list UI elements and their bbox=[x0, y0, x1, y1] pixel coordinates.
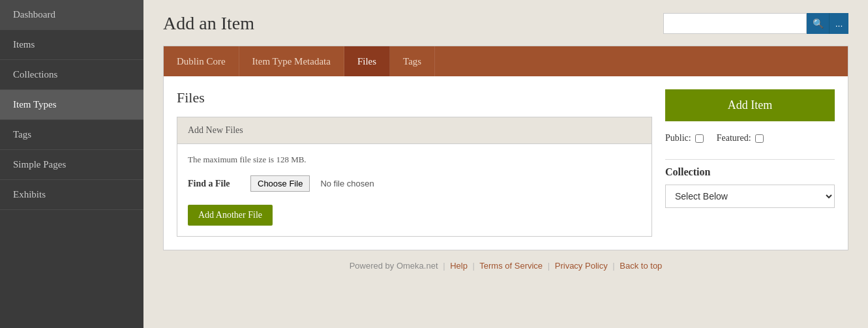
footer-privacy-link[interactable]: Privacy Policy bbox=[555, 261, 608, 271]
search-input[interactable] bbox=[663, 13, 807, 34]
page-title: Add an Item bbox=[163, 13, 254, 34]
find-file-label: Find a File bbox=[188, 179, 240, 189]
files-box-body: The maximum file size is 128 MB. Find a … bbox=[177, 144, 651, 236]
files-box-header: Add New Files bbox=[177, 117, 651, 144]
public-checkbox[interactable] bbox=[695, 134, 704, 143]
collection-select[interactable]: Select Below bbox=[665, 185, 835, 208]
search-icon: 🔍 bbox=[813, 18, 824, 29]
sidebar-item-item-types[interactable]: Item Types bbox=[0, 90, 143, 120]
sidebar: Dashboard Items Collections Item Types T… bbox=[0, 0, 143, 328]
sidebar-item-collections[interactable]: Collections bbox=[0, 60, 143, 90]
checkboxes-row: Public: Featured: bbox=[665, 130, 835, 146]
files-section-title: Files bbox=[177, 89, 652, 106]
panel-sidebar: Add Item Public: Featured: Coll bbox=[665, 89, 835, 237]
file-size-note: The maximum file size is 128 MB. bbox=[188, 155, 641, 165]
collection-title: Collection bbox=[665, 166, 835, 178]
search-more-icon: ... bbox=[835, 18, 843, 29]
sidebar-item-exhibits[interactable]: Exhibits bbox=[0, 180, 143, 210]
page-header: Add an Item 🔍 ... bbox=[163, 13, 848, 34]
footer-separator-1: | bbox=[443, 261, 445, 271]
footer-separator-4: | bbox=[612, 261, 614, 271]
sidebar-item-simple-pages[interactable]: Simple Pages bbox=[0, 150, 143, 180]
footer-separator-3: | bbox=[548, 261, 550, 271]
files-box: Add New Files The maximum file size is 1… bbox=[177, 117, 652, 237]
tab-item-type-metadata[interactable]: Item Type Metadata bbox=[239, 46, 344, 76]
add-item-button[interactable]: Add Item bbox=[665, 89, 835, 121]
public-label-text: Public: bbox=[665, 133, 691, 143]
content-panel: Dublin Core Item Type Metadata Files Tag… bbox=[163, 46, 848, 250]
featured-label-text: Featured: bbox=[717, 133, 751, 143]
featured-checkbox-label[interactable]: Featured: bbox=[717, 133, 764, 143]
tab-tags[interactable]: Tags bbox=[390, 46, 435, 76]
powered-by-text: Powered by Omeka.net bbox=[350, 261, 438, 271]
footer-back-to-top-link[interactable]: Back to top bbox=[620, 261, 662, 271]
add-another-file-button[interactable]: Add Another File bbox=[188, 205, 273, 226]
tab-dublin-core[interactable]: Dublin Core bbox=[164, 46, 239, 76]
choose-file-button[interactable]: Choose File bbox=[250, 175, 310, 192]
panel-divider bbox=[665, 159, 835, 160]
footer-separator-2: | bbox=[473, 261, 475, 271]
sidebar-item-tags[interactable]: Tags bbox=[0, 120, 143, 150]
search-more-button[interactable]: ... bbox=[829, 13, 848, 34]
panel-main: Files Add New Files The maximum file siz… bbox=[177, 89, 652, 237]
collection-section: Collection Select Below bbox=[665, 166, 835, 208]
footer-help-link[interactable]: Help bbox=[450, 261, 468, 271]
sidebar-item-dashboard[interactable]: Dashboard bbox=[0, 0, 143, 30]
main-content: Add an Item 🔍 ... Dublin Core Item Type … bbox=[143, 0, 868, 328]
sidebar-item-items[interactable]: Items bbox=[0, 30, 143, 60]
search-bar: 🔍 ... bbox=[663, 13, 848, 34]
public-checkbox-label[interactable]: Public: bbox=[665, 133, 704, 143]
find-file-row: Find a File Choose File No file chosen bbox=[188, 175, 641, 192]
tabs-bar: Dublin Core Item Type Metadata Files Tag… bbox=[164, 46, 848, 76]
page-footer: Powered by Omeka.net | Help | Terms of S… bbox=[163, 250, 848, 281]
footer-terms-link[interactable]: Terms of Service bbox=[479, 261, 543, 271]
no-file-chosen-label: No file chosen bbox=[320, 179, 374, 188]
panel-body: Files Add New Files The maximum file siz… bbox=[164, 76, 848, 250]
tab-files[interactable]: Files bbox=[344, 46, 390, 76]
search-button[interactable]: 🔍 bbox=[807, 13, 829, 34]
featured-checkbox[interactable] bbox=[755, 134, 764, 143]
